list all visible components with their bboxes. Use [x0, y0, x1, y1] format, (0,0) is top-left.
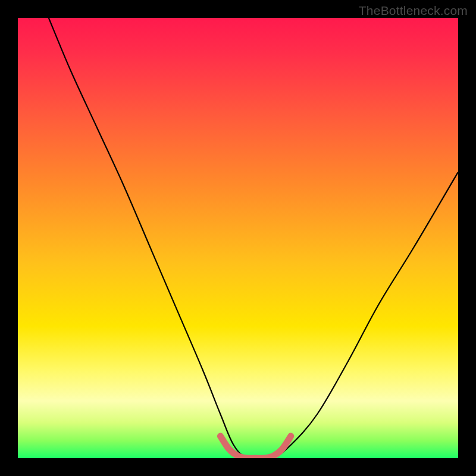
bottleneck-curve	[49, 18, 458, 458]
watermark-text: TheBottleneck.com	[359, 4, 468, 18]
chart-frame: TheBottleneck.com	[0, 0, 476, 476]
plot-area	[18, 18, 458, 458]
chart-svg	[18, 18, 458, 458]
